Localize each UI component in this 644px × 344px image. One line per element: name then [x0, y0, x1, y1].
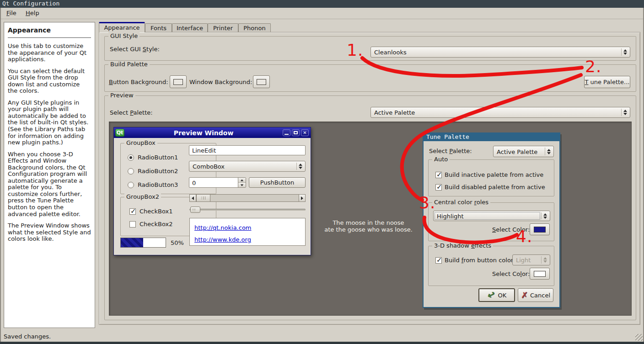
- preview-groupbox2-title: GroupBox2: [124, 193, 161, 200]
- tp-select-palette-label: Select Palette:: [429, 148, 472, 154]
- preview-groupbox1-title: GroupBox: [124, 139, 157, 146]
- window-background-color-button[interactable]: [253, 75, 270, 88]
- tab-fonts[interactable]: Fonts: [145, 23, 172, 32]
- preview-combobox-value: ComboBox: [193, 163, 225, 170]
- line-edit[interactable]: LineEdit: [189, 145, 306, 155]
- checkbox-2[interactable]: [129, 221, 136, 228]
- cancel-button[interactable]: Cancel: [518, 288, 553, 302]
- color-role-combobox[interactable]: Highlight: [433, 211, 550, 221]
- ok-button[interactable]: OK: [478, 288, 515, 302]
- button-background-color-button[interactable]: [170, 75, 187, 88]
- shadow-light-value: Light: [516, 257, 531, 264]
- window-background-label: Window Background:: [189, 79, 252, 85]
- ok-arrow-icon: [487, 291, 496, 300]
- button-background-swatch: [173, 79, 183, 85]
- slider[interactable]: [189, 206, 306, 213]
- maximize-icon[interactable]: [292, 129, 300, 136]
- scroll-right-icon[interactable]: [299, 194, 306, 202]
- menubar: File Help: [0, 8, 644, 19]
- tp-palette-combobox[interactable]: Active Palette: [493, 146, 554, 157]
- preview-window-titlebar[interactable]: Qt Preview Window: [114, 127, 311, 138]
- select-palette-combobox[interactable]: Active Palette: [370, 107, 630, 118]
- build-inactive-label: Build inactive palette from active: [445, 171, 543, 178]
- shadow-color-swatch: [534, 271, 546, 277]
- ok-label: OK: [498, 292, 507, 299]
- shadow-select-color-button[interactable]: [530, 268, 550, 280]
- menu-help[interactable]: Help: [21, 8, 44, 19]
- tab-appearance[interactable]: Appearance: [99, 22, 145, 32]
- shadow-select-color-label: Select Color:: [492, 270, 528, 277]
- checkbox-2-label: CheckBox2: [140, 221, 172, 228]
- combo-arrows-icon: [541, 256, 548, 264]
- spin-up-icon[interactable]: [238, 178, 246, 182]
- combo-arrows-icon: [545, 148, 552, 155]
- tune-palette-button[interactable]: Tune Palette...: [584, 76, 630, 88]
- build-disabled-checkbox[interactable]: [435, 184, 442, 191]
- shadow-effects-group: 3-D shadow effects: [428, 246, 554, 286]
- window-titlebar[interactable]: Qt Configuration: [0, 0, 644, 8]
- scroll-left-icon[interactable]: [189, 194, 196, 202]
- tp-palette-value: Active Palette: [497, 148, 537, 155]
- qt-configuration-window: Qt Configuration File Help Appearance Us…: [0, 0, 644, 344]
- sidebar-paragraph: Use this tab to customize the appearance…: [8, 43, 91, 63]
- radio-button-2-label: RadioButton2: [138, 168, 178, 175]
- horizontal-scrollbar[interactable]: [189, 194, 306, 202]
- annotation-2: 2.: [585, 58, 601, 75]
- radio-button-3[interactable]: [128, 182, 134, 188]
- button-background-label: Button Background:: [109, 79, 168, 85]
- combo-arrows-icon: [621, 109, 628, 116]
- tab-printer[interactable]: Printer: [208, 23, 238, 32]
- close-icon[interactable]: [301, 129, 309, 136]
- tab-interface[interactable]: Interface: [172, 23, 208, 32]
- push-button[interactable]: PushButton: [249, 177, 306, 188]
- build-disabled-label: Build disabled palette from active: [445, 184, 545, 191]
- sidebar-paragraph: Any GUI Style plugins in your plugin pat…: [8, 100, 91, 146]
- preview-window: Qt Preview Window GroupBox RadioButton1 …: [113, 127, 311, 255]
- window-background-swatch: [257, 79, 266, 85]
- central-select-color-button[interactable]: [530, 223, 550, 235]
- progress-bar: [120, 238, 166, 248]
- link-kde[interactable]: http://www.kde.org: [194, 234, 301, 246]
- cancel-x-icon: [521, 291, 528, 299]
- tune-palette-titlebar[interactable]: Tune Palette: [424, 133, 559, 141]
- tab-phonon[interactable]: Phonon: [238, 23, 271, 32]
- preview-group-title: Preview: [108, 92, 135, 99]
- moose-line-2: ate the goose who was loose.: [319, 226, 418, 233]
- moose-line-1: The moose in the noose: [319, 219, 418, 226]
- minimize-icon[interactable]: [283, 129, 290, 136]
- sidebar-paragraph: The Preview Window shows what the select…: [8, 222, 91, 243]
- spin-box[interactable]: 0: [189, 177, 246, 188]
- spin-box-value: 0: [192, 179, 196, 186]
- annotation-1: 1.: [347, 42, 363, 58]
- text-edit[interactable]: http://qt.nokia.com http://www.kde.org: [189, 218, 306, 246]
- menu-file[interactable]: File: [2, 8, 21, 19]
- resize-grip-icon[interactable]: [635, 334, 643, 341]
- select-palette-value: Active Palette: [374, 109, 415, 116]
- link-qt-nokia[interactable]: http://qt.nokia.com: [194, 222, 301, 234]
- build-inactive-checkbox[interactable]: [435, 172, 442, 178]
- qt-logo-icon: Qt: [115, 129, 124, 137]
- select-palette-label: Select Palette:: [110, 109, 153, 116]
- sidebar-paragraph: When you choose 3-D Effects and Window B…: [8, 151, 91, 217]
- build-from-button-color-checkbox[interactable]: [435, 257, 442, 264]
- central-color-roles-group: Central color roles: [428, 202, 554, 241]
- preview-combobox[interactable]: ComboBox: [189, 161, 306, 172]
- highlight-color-swatch: [534, 227, 546, 233]
- status-bar-text: Saved changes.: [4, 333, 51, 340]
- gui-style-combobox[interactable]: Cleanlooks: [370, 47, 630, 58]
- scrollbar-thumb[interactable]: [196, 194, 210, 202]
- annotation-4: 4.: [516, 228, 532, 245]
- radio-button-1[interactable]: [128, 154, 134, 161]
- tune-palette-dialog: Tune Palette Select Palette: Active Pale…: [423, 132, 560, 308]
- spin-down-icon[interactable]: [238, 182, 246, 187]
- help-sidebar: Appearance Use this tab to customize the…: [4, 22, 95, 328]
- checkbox-1[interactable]: [129, 208, 136, 215]
- radio-button-2[interactable]: [128, 168, 134, 175]
- radio-button-1-label: RadioButton1: [138, 154, 178, 161]
- radio-button-3-label: RadioButton3: [138, 181, 178, 188]
- progress-fill: [121, 238, 143, 247]
- slider-groove: [189, 209, 306, 211]
- build-palette-group-title: Build Palette: [108, 61, 150, 68]
- line-edit-value: LineEdit: [192, 147, 216, 154]
- slider-handle[interactable]: [190, 206, 200, 213]
